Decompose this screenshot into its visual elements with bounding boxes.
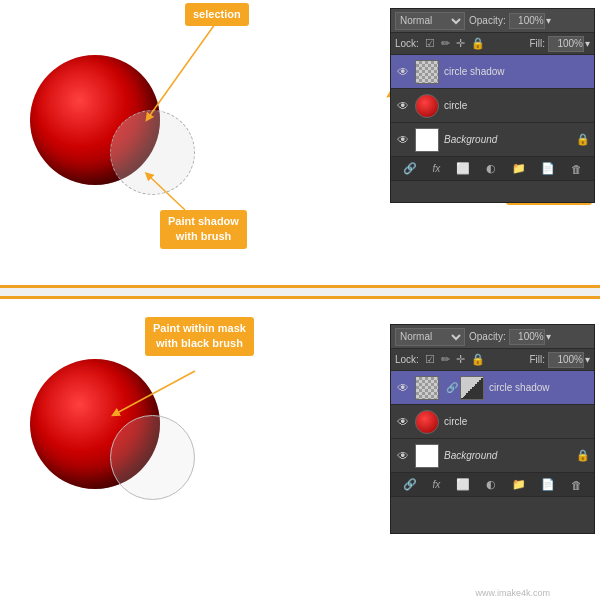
opacity-label-top: Opacity:: [469, 15, 506, 26]
layer-row-bg-bottom[interactable]: 👁 Background 🔒: [391, 439, 594, 473]
ps-header-top: Normal Opacity: ▾: [391, 9, 594, 33]
bg-lock-icon-bottom: 🔒: [576, 449, 590, 462]
fill-label-top: Fill:: [529, 38, 545, 49]
layer-row-circle-shadow-bottom[interactable]: 👁 🔗 circle shadow: [391, 371, 594, 405]
eye-icon-circle-top[interactable]: 👁: [395, 98, 411, 114]
ps-panel-top: Normal Opacity: ▾ Lock: ☑ ✏ ✛ 🔒 Fill: ▾ …: [390, 8, 595, 203]
fill-label-bottom: Fill:: [529, 354, 545, 365]
layer-thumb-shadow-top: [415, 60, 439, 84]
lock-move-top[interactable]: ✛: [456, 37, 465, 50]
opacity-label-bottom: Opacity:: [469, 331, 506, 342]
adj-icon-top[interactable]: ◐: [486, 162, 496, 175]
fill-arrow-bottom: ▾: [585, 354, 590, 365]
chain-icon-bottom: 🔗: [446, 382, 458, 393]
opacity-arrow-top: ▾: [546, 15, 551, 26]
watermark: www.imake4k.com: [475, 588, 550, 598]
mask-icon-bottom[interactable]: ⬜: [456, 478, 470, 491]
section-divider: [0, 285, 600, 299]
bottom-section: Paint within maskwith black brush layer …: [0, 299, 600, 600]
layer-thumb-bg-top: [415, 128, 439, 152]
layer-row-circle-bottom[interactable]: 👁 circle: [391, 405, 594, 439]
bg-lock-icon-top: 🔒: [576, 133, 590, 146]
lock-label-bottom: Lock:: [395, 354, 419, 365]
layer-name-bg-bottom: Background: [444, 450, 576, 461]
layer-name-shadow-top: circle shadow: [444, 66, 590, 77]
selection-label: selection: [185, 3, 249, 26]
layer-row-bg-top[interactable]: 👁 Background 🔒: [391, 123, 594, 157]
blend-mode-select-top[interactable]: Normal: [395, 12, 465, 30]
opacity-input-top[interactable]: [509, 13, 545, 29]
lock-lock-top[interactable]: 🔒: [471, 37, 485, 50]
layer-thumb-circle-top: [415, 94, 439, 118]
new-icon-top[interactable]: 📄: [541, 162, 555, 175]
eye-icon-bg-top[interactable]: 👁: [395, 132, 411, 148]
fill-arrow-top: ▾: [585, 38, 590, 49]
layer-row-circle-top[interactable]: 👁 circle: [391, 89, 594, 123]
lock-lock-bottom[interactable]: 🔒: [471, 353, 485, 366]
ps-toolbar-bottom: 🔗 fx ⬜ ◐ 📁 📄 🗑: [391, 473, 594, 497]
opacity-arrow-bottom: ▾: [546, 331, 551, 342]
lock-row-bottom: Lock: ☑ ✏ ✛ 🔒 Fill: ▾: [391, 349, 594, 371]
ps-panel-bottom: Normal Opacity: ▾ Lock: ☑ ✏ ✛ 🔒 Fill: ▾ …: [390, 324, 595, 534]
lock-pen-bottom[interactable]: ✏: [441, 353, 450, 366]
group-icon-bottom[interactable]: 📁: [512, 478, 526, 491]
fill-input-top[interactable]: [548, 36, 584, 52]
lock-check-top[interactable]: ☑: [425, 37, 435, 50]
lock-move-bottom[interactable]: ✛: [456, 353, 465, 366]
lock-row-top: Lock: ☑ ✏ ✛ 🔒 Fill: ▾: [391, 33, 594, 55]
layer-name-bg-top: Background: [444, 134, 576, 145]
eye-icon-shadow-bottom[interactable]: 👁: [395, 380, 411, 396]
eye-icon-circle-bottom[interactable]: 👁: [395, 414, 411, 430]
lock-pen-top[interactable]: ✏: [441, 37, 450, 50]
layer-row-circle-shadow-top[interactable]: 👁 circle shadow: [391, 55, 594, 89]
eye-icon-bg-bottom[interactable]: 👁: [395, 448, 411, 464]
layer-name-shadow-bottom: circle shadow: [489, 382, 590, 393]
fx-icon-top[interactable]: fx: [433, 163, 441, 174]
selection-circle-top: [110, 110, 195, 195]
selection-circle-bottom: [110, 415, 195, 500]
mask-icon-top[interactable]: ⬜: [456, 162, 470, 175]
layer-thumb-shadow-bottom: [415, 376, 439, 400]
ps-header-bottom: Normal Opacity: ▾: [391, 325, 594, 349]
layer-name-circle-bottom: circle: [444, 416, 590, 427]
trash-icon-bottom[interactable]: 🗑: [571, 479, 582, 491]
opacity-input-bottom[interactable]: [509, 329, 545, 345]
lock-check-bottom[interactable]: ☑: [425, 353, 435, 366]
link-icon-top[interactable]: 🔗: [403, 162, 417, 175]
link-icon-bottom[interactable]: 🔗: [403, 478, 417, 491]
trash-icon-top[interactable]: 🗑: [571, 163, 582, 175]
fill-input-bottom[interactable]: [548, 352, 584, 368]
new-icon-bottom[interactable]: 📄: [541, 478, 555, 491]
fx-icon-bottom[interactable]: fx: [433, 479, 441, 490]
paint-mask-label: Paint within maskwith black brush: [145, 317, 254, 356]
top-section: selection Paint shadowwith brush shadow …: [0, 0, 600, 285]
layer-name-circle-top: circle: [444, 100, 590, 111]
ps-toolbar-top: 🔗 fx ⬜ ◐ 📁 📄 🗑: [391, 157, 594, 181]
lock-label-top: Lock:: [395, 38, 419, 49]
paint-shadow-label: Paint shadowwith brush: [160, 210, 247, 249]
adj-icon-bottom[interactable]: ◐: [486, 478, 496, 491]
group-icon-top[interactable]: 📁: [512, 162, 526, 175]
layer-thumb-circle-bottom: [415, 410, 439, 434]
layer-thumb-bg-bottom: [415, 444, 439, 468]
blend-mode-select-bottom[interactable]: Normal: [395, 328, 465, 346]
eye-icon-shadow-top[interactable]: 👁: [395, 64, 411, 80]
layer-mask-thumb-bottom: [460, 376, 484, 400]
